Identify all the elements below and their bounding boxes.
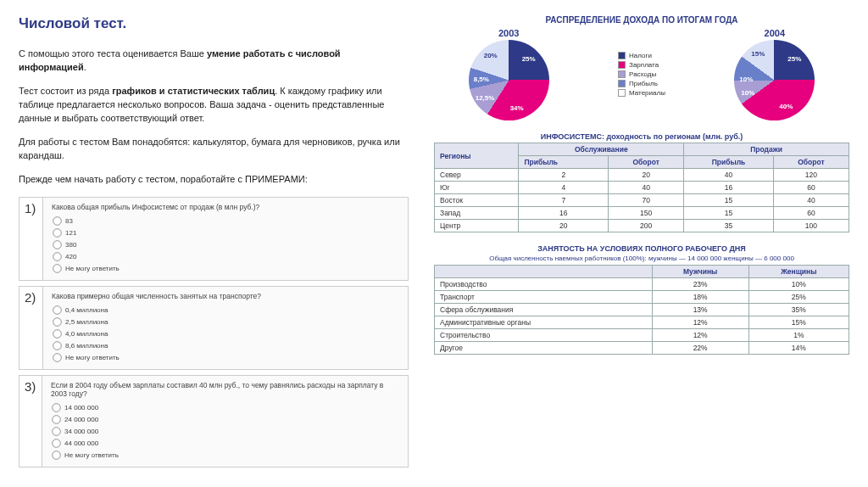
table-row: Центр2020035100 [435,220,849,232]
table-row: Юг4401660 [435,182,849,194]
pie-legend: НалогиЗарплатаРасходыПрибыльМатериалы [618,50,665,98]
right-column: РАСПРЕДЕЛЕНИЕ ДОХОДА ПО ИТОГАМ ГОДА 2003… [434,15,849,472]
pie-2004: 25% 40% 10% 10% 15% [734,40,815,120]
radio-option[interactable]: 2,5 миллиона [52,316,261,327]
radio-option[interactable]: 34 000 000 [51,426,399,437]
question-number: 2) [19,287,43,369]
pie-2003: 25% 34% 12,5% 8,5% 20% [469,40,549,120]
question-text: Какова общая прибыль Инфосистемс от прод… [52,203,259,211]
radio-option[interactable]: 83 [52,216,259,227]
intro-p3: Для работы с тестом Вам понадобятся: кал… [19,136,409,163]
legend-item: Расходы [618,70,665,78]
table-row: Запад161501560 [435,207,849,220]
radio-option[interactable]: 380 [52,239,259,250]
question-block: 1) Какова общая прибыль Инфосистемс от п… [19,197,409,281]
radio-option[interactable]: 44 000 000 [51,438,399,449]
question-text: Какова примерно общая численность заняты… [52,292,261,300]
table-row: Производство23%10% [435,278,849,291]
pie-title: РАСПРЕДЕЛЕНИЕ ДОХОДА ПО ИТОГАМ ГОДА [434,15,849,25]
question-block: 2) Какова примерно общая численность зан… [19,286,409,370]
radio-option[interactable]: 121 [52,227,259,238]
radio-option[interactable]: 14 000 000 [51,402,399,413]
page-title: Числовой тест. [19,15,409,32]
radio-option[interactable]: 8,6 миллиона [52,340,261,351]
table-row: Транспорт18%25% [435,291,849,304]
table-row: Административные органы12%15% [435,316,849,329]
radio-option[interactable]: 420 [52,251,259,262]
pie-row: 2003 25% 34% 12,5% 8,5% 20% НалогиЗарпла… [434,28,849,120]
question-text: Если в 2004 году объем зарплаты составил… [51,381,399,398]
legend-item: Материалы [618,89,665,97]
radio-option[interactable]: Не могу ответить [51,450,399,461]
radio-option[interactable]: Не могу ответить [52,263,259,274]
table-regions: РегионыОбслуживаниеПродажи ПрибыльОборот… [434,143,849,232]
intro-p1: С помощью этого теста оценивается Ваше у… [19,48,409,75]
pie-year-2004: 2004 [734,28,815,38]
question-number: 3) [19,376,42,467]
table-row: Север22040120 [435,169,849,182]
legend-item: Налоги [618,52,665,59]
question-block: 3) Если в 2004 году объем зарплаты соста… [19,375,409,467]
table-employment: МужчиныЖенщины Производство23%10%Транспо… [434,265,849,355]
table1-title: ИНФОСИСТЕМС: доходность по регионам (млн… [434,132,849,141]
table2-title: ЗАНЯТОСТЬ НА УСЛОВИЯХ ПОЛНОГО РАБОЧЕГО Д… [434,244,849,253]
left-column: Числовой тест. С помощью этого теста оце… [19,15,409,472]
table-row: Другое22%14% [435,342,849,355]
legend-item: Прибыль [618,80,665,87]
radio-option[interactable]: 24 000 000 [51,414,399,425]
table-row: Сфера обслуживания13%35% [435,304,849,316]
legend-item: Зарплата [618,61,665,69]
table-row: Восток7701540 [435,194,849,207]
radio-option[interactable]: 4,0 миллиона [52,328,261,339]
radio-option[interactable]: 0,4 миллиона [52,305,261,316]
intro-p4: Прежде чем начать работу с тестом, пораб… [19,173,409,187]
pie-year-2003: 2003 [469,28,549,38]
table-row: Строительство12%1% [435,329,849,342]
intro-p2: Тест состоит из ряда графиков и статисти… [19,85,409,126]
radio-option[interactable]: Не могу ответить [52,352,261,363]
table2-sub: Общая численность наемных работников (10… [434,255,849,262]
question-number: 1) [19,198,43,280]
